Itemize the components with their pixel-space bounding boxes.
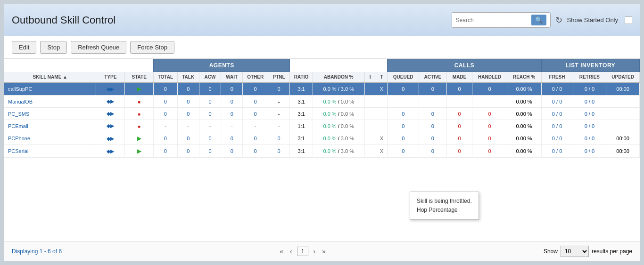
search-button[interactable]: 🔍 <box>531 15 546 25</box>
t-cell <box>376 108 387 120</box>
table-row[interactable]: PCPhone ◆▶ ▶ 0 0 0 0 0 0 3:1 0.0 % / 3.0… <box>4 132 640 145</box>
made-cell: 0 <box>446 120 472 132</box>
handled-cell: 0 <box>472 132 507 145</box>
i-cell <box>364 132 376 145</box>
retries-cell: 0 / 0 <box>573 96 606 108</box>
fresh-cell: 0 / 0 <box>541 96 573 108</box>
first-page-button[interactable]: « <box>278 247 285 256</box>
i-cell <box>364 145 376 158</box>
active-cell: 0 <box>419 108 446 120</box>
calls-group-header: CALLS <box>388 59 541 72</box>
other-cell: 0 <box>243 82 268 96</box>
ratio-cell: 3:1 <box>290 145 313 158</box>
made-cell: 0 <box>446 145 472 158</box>
wait-cell: 0 <box>221 96 243 108</box>
updated-cell <box>606 108 640 120</box>
last-page-button[interactable]: » <box>320 247 328 256</box>
retries-cell: 0 / 0 <box>573 108 606 120</box>
show-started-checkbox[interactable] <box>625 16 632 24</box>
table-row[interactable]: ManualOB ◆▶ ■ 0 0 0 0 0 - 3:1 0.0 % / 0.… <box>4 96 640 108</box>
active-cell <box>419 96 446 108</box>
col-handled: HANDLED <box>472 72 507 83</box>
force-stop-button[interactable]: Force Stop <box>130 41 174 54</box>
next-page-button[interactable]: › <box>311 247 317 256</box>
col-talk: TALK <box>177 72 199 83</box>
updated-cell: 00:00 <box>606 82 640 96</box>
col-made: MADE <box>446 72 472 83</box>
type-cell: ◆▶ <box>96 82 125 96</box>
empty-group <box>4 59 154 72</box>
talk-cell: - <box>177 120 199 132</box>
pagination: « ‹ 1 › » <box>278 247 328 256</box>
col-skill-name: SKILL NAME ▲ <box>4 72 96 83</box>
updated-cell <box>606 96 640 108</box>
i-cell <box>364 108 376 120</box>
table-body: callSupPC ◆▶ ▶ 0 0 0 0 0 0 3:1 0.0 % / 3… <box>4 82 640 158</box>
made-cell: 0 <box>446 132 472 145</box>
col-abandon: ABANDON % <box>313 72 364 83</box>
agents-group-header: AGENTS <box>154 59 290 72</box>
col-active: ACTIVE <box>419 72 446 83</box>
abandon-cell: 0.0 % / 0.0 % <box>313 120 364 132</box>
per-page-select[interactable]: 10 25 50 <box>561 246 589 257</box>
reach-cell: 0.00 % <box>507 108 541 120</box>
skill-name-cell: callSupPC <box>4 82 96 96</box>
active-cell: 0 <box>419 82 446 96</box>
state-cell: ▶ <box>125 145 154 158</box>
type-cell: ◆▶ <box>96 108 125 120</box>
refresh-icon-button[interactable]: ↻ <box>555 15 562 25</box>
main-container: Outbound Skill Control 🔍 ↻ Show Started … <box>4 4 640 261</box>
stop-button[interactable]: Stop <box>40 41 67 54</box>
col-fresh: FRESH <box>541 72 573 83</box>
active-cell: 0 <box>419 145 446 158</box>
tooltip-line1: Skill is being throttled. <box>417 198 472 204</box>
made-cell: 0 <box>446 108 472 120</box>
ratio-cell: 3:1 <box>290 96 313 108</box>
skill-name-cell: ManualOB <box>4 96 96 108</box>
wait-cell: 0 <box>221 132 243 145</box>
talk-cell: 0 <box>177 145 199 158</box>
ptnl-cell: - <box>268 120 289 132</box>
throttle-tooltip: Skill is being throttled. Hop Percentage <box>410 192 479 220</box>
t-cell <box>376 120 387 132</box>
table-area: AGENTS CALLS LIST INVENTORY SKILL NAME ▲… <box>4 59 640 241</box>
other-cell: 0 <box>243 108 268 120</box>
skill-name-cell: PCEmail <box>4 120 96 132</box>
fresh-cell: 0 / 0 <box>541 108 573 120</box>
abandon-cell: 0.0 % / 3.0 % <box>313 145 364 158</box>
table-row[interactable]: callSupPC ◆▶ ▶ 0 0 0 0 0 0 3:1 0.0 % / 3… <box>4 82 640 96</box>
table-row[interactable]: PCEmail ◆▶ ■ - - - - - - 1:1 0.0 % / 0.0… <box>4 120 640 132</box>
total-cell: 0 <box>154 132 177 145</box>
tooltip-line2: Hop Percentage <box>417 207 458 213</box>
col-t: T <box>376 72 387 83</box>
queued-cell: 0 <box>388 120 419 132</box>
fresh-cell: 0 / 0 <box>541 145 573 158</box>
reach-cell: 0.00 % <box>507 96 541 108</box>
refresh-queue-button[interactable]: Refresh Queue <box>71 41 126 54</box>
wait-cell: 0 <box>221 145 243 158</box>
col-retries: RETRIES <box>573 72 606 83</box>
acw-cell: 0 <box>199 132 221 145</box>
ptnl-cell: 0 <box>268 132 289 145</box>
handled-cell: 0 <box>472 120 507 132</box>
search-input[interactable] <box>456 17 529 24</box>
show-started-label: Show Started Only <box>567 16 618 24</box>
prev-page-button[interactable]: ‹ <box>288 247 294 256</box>
ratio-cell: 1:1 <box>290 120 313 132</box>
state-cell: ▶ <box>125 132 154 145</box>
col-i: I <box>364 72 376 83</box>
table-row[interactable]: PCSerial ◆▶ ▶ 0 0 0 0 0 0 3:1 0.0 % / 3.… <box>4 145 640 158</box>
total-cell: 0 <box>154 82 177 96</box>
mid-empty-group <box>290 59 388 72</box>
ptnl-cell: 0 <box>268 145 289 158</box>
table-row[interactable]: PC_SMS ◆▶ ■ 0 0 0 0 0 - 3:1 0.0 % / 0.0 … <box>4 108 640 120</box>
talk-cell: 0 <box>177 108 199 120</box>
updated-cell: 00:00 <box>606 132 640 145</box>
skill-name-cell: PCSerial <box>4 145 96 158</box>
type-cell: ◆▶ <box>96 145 125 158</box>
t-cell: X <box>376 145 387 158</box>
queued-cell: 0 <box>388 82 419 96</box>
edit-button[interactable]: Edit <box>12 41 36 54</box>
reach-cell: 0.00 % <box>507 120 541 132</box>
ratio-cell: 3:1 <box>290 132 313 145</box>
